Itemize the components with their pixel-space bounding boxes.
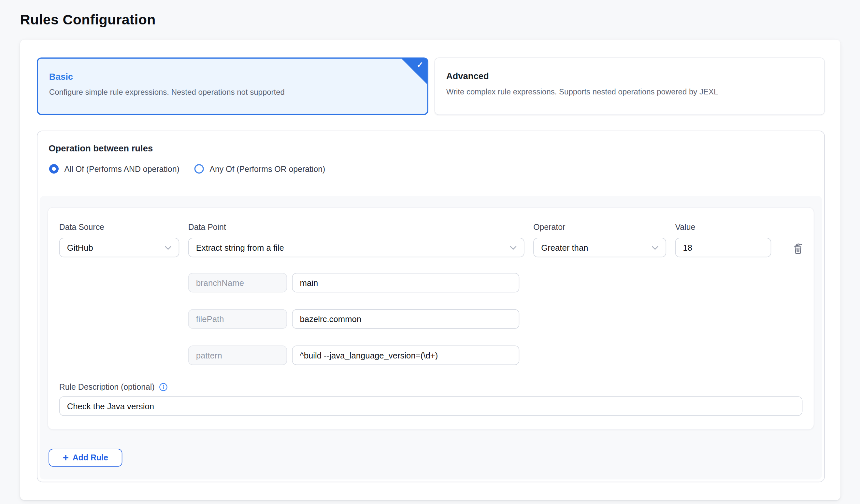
rule-description-label: Rule Description (optional)	[59, 382, 155, 391]
param-row-branch-name: branchName	[188, 273, 814, 292]
field-value: Value	[675, 223, 771, 257]
rule-description-label-row: Rule Description (optional)	[59, 382, 814, 391]
value-label: Value	[675, 223, 771, 232]
operation-options: All Of (Performs AND operation) Any Of (…	[49, 164, 824, 174]
rule-card: Data Source GitHub Data Point Extract st…	[47, 207, 814, 430]
rules-configuration-page: Rules Configuration ✓ Basic Configure si…	[0, 0, 860, 504]
configuration-card: ✓ Basic Configure simple rule expression…	[20, 40, 841, 500]
operator-value: Greater than	[541, 243, 588, 252]
mode-advanced-title: Advanced	[446, 71, 813, 81]
mode-basic-title: Basic	[49, 72, 416, 82]
param-key-chip: filePath	[188, 309, 287, 329]
chevron-down-icon	[652, 245, 659, 250]
mode-basic-description: Configure simple rule expressions. Neste…	[49, 88, 416, 97]
selected-corner-ribbon	[402, 59, 427, 84]
rules-panel: Operation between rules All Of (Performs…	[37, 131, 825, 482]
param-row-pattern: pattern	[188, 345, 814, 365]
rule-description-input[interactable]	[59, 396, 803, 416]
file-path-input[interactable]	[292, 309, 519, 329]
plus-icon: +	[63, 452, 69, 462]
radio-selected-icon[interactable]	[49, 164, 59, 174]
rule-fields-row: Data Source GitHub Data Point Extract st…	[48, 208, 814, 257]
mode-card-basic[interactable]: ✓ Basic Configure simple rule expression…	[37, 58, 428, 115]
pattern-input[interactable]	[292, 345, 519, 365]
operator-select[interactable]: Greater than	[533, 238, 666, 257]
data-point-label: Data Point	[188, 223, 525, 232]
radio-any-of-label: Any Of (Performs OR operation)	[210, 164, 325, 173]
data-point-value: Extract string from a file	[196, 243, 284, 252]
radio-option-all-of[interactable]: All Of (Performs AND operation)	[49, 164, 180, 174]
delete-rule-button[interactable]	[792, 242, 804, 255]
radio-unselected-icon[interactable]	[195, 164, 204, 174]
param-key-chip: branchName	[188, 273, 287, 292]
data-point-select[interactable]: Extract string from a file	[188, 238, 525, 257]
value-input[interactable]	[675, 238, 771, 257]
chevron-down-icon	[165, 245, 172, 250]
mode-card-advanced[interactable]: Advanced Write complex rule expressions.…	[434, 58, 825, 115]
data-source-value: GitHub	[67, 243, 93, 252]
field-operator: Operator Greater than	[533, 223, 666, 257]
operator-label: Operator	[533, 223, 666, 232]
page-title: Rules Configuration	[0, 0, 860, 28]
radio-option-any-of[interactable]: Any Of (Performs OR operation)	[195, 164, 325, 174]
rules-list-section: Data Source GitHub Data Point Extract st…	[40, 196, 822, 479]
description-info-button[interactable]	[159, 383, 168, 391]
branch-name-input[interactable]	[292, 273, 519, 292]
mode-selector: ✓ Basic Configure simple rule expression…	[37, 58, 825, 115]
operation-heading: Operation between rules	[38, 131, 824, 154]
param-key-chip: pattern	[188, 345, 287, 365]
trash-icon	[792, 242, 804, 255]
radio-all-of-label: All Of (Performs AND operation)	[64, 164, 180, 173]
check-icon: ✓	[417, 60, 423, 69]
data-source-select[interactable]: GitHub	[59, 238, 180, 257]
field-data-point: Data Point Extract string from a file	[188, 223, 525, 257]
field-data-source: Data Source GitHub	[59, 223, 180, 257]
param-row-file-path: filePath	[188, 309, 814, 329]
chevron-down-icon	[510, 245, 517, 250]
data-source-label: Data Source	[59, 223, 180, 232]
add-rule-button[interactable]: + Add Rule	[48, 449, 122, 466]
mode-advanced-description: Write complex rule expressions. Supports…	[446, 87, 813, 96]
add-rule-label: Add Rule	[73, 453, 108, 462]
info-icon	[159, 383, 168, 391]
